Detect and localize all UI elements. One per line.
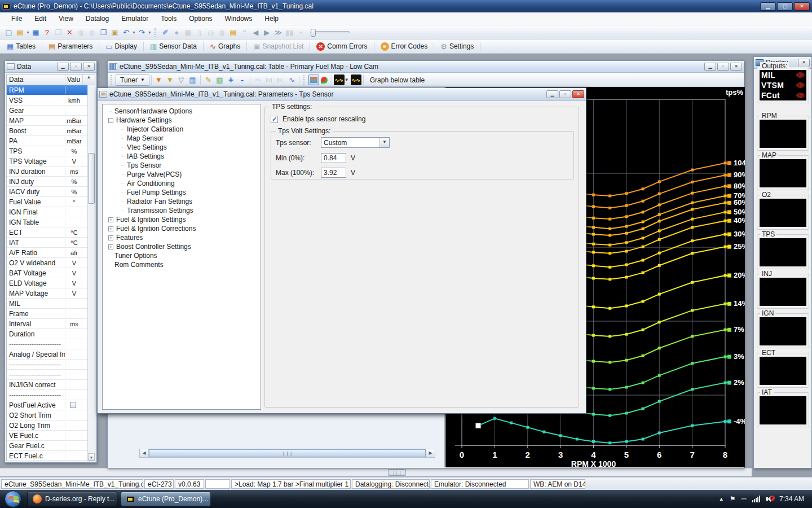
save-as-icon[interactable]: ? [42, 27, 52, 38]
task-button-ectune[interactable]: eCtune (Pro_Demon)... [121, 492, 211, 506]
data-close-button[interactable]: ✕ [83, 63, 95, 71]
data-row[interactable]: ----------------------- [7, 370, 95, 380]
slider-knob[interactable] [311, 29, 316, 37]
open-log-icon[interactable]: ▤ [228, 27, 239, 38]
table-restore-button[interactable]: ▫ [717, 63, 729, 71]
expand-icon[interactable]: + [108, 226, 113, 231]
data-row[interactable]: PAmBar [7, 136, 95, 146]
postfuel-checkbox[interactable] [70, 402, 76, 408]
data-row[interactable]: Gear Fuel.c [7, 441, 95, 451]
clock[interactable]: 7:34 AM [779, 495, 804, 503]
data-row[interactable]: Duration [7, 329, 95, 339]
chevron-down-icon[interactable]: ▼ [345, 77, 349, 82]
data-row[interactable]: ECT°C [7, 227, 95, 238]
step-back-icon[interactable]: ◀ [250, 27, 261, 38]
play-icon[interactable]: ▶ [262, 27, 272, 38]
menu-help[interactable]: Help [259, 13, 284, 24]
toolbar-item-graphs[interactable]: ∿Graphs [206, 41, 244, 52]
data-minimize-button[interactable]: ▁ [57, 63, 69, 71]
column-header-value[interactable]: Valu [65, 75, 83, 85]
filter-clear-icon[interactable]: ▽ [176, 75, 187, 85]
data-row[interactable]: TPS VoltageV [7, 156, 95, 167]
toolbar-item-settings[interactable]: ⚙Settings [437, 41, 477, 52]
dialog-minimize-button[interactable]: ▁ [546, 90, 558, 98]
display-close-button[interactable]: ✕ [798, 59, 810, 67]
smooth-icon[interactable]: ∿ [286, 75, 297, 85]
table-horizontal-scrollbar[interactable]: ◀ ❘❘❘ ▶ [139, 449, 435, 458]
edit-pencil-icon[interactable]: ✎ [203, 75, 214, 85]
chevron-down-icon[interactable]: ▼ [148, 30, 152, 34]
data-row[interactable]: IGN Table [7, 217, 95, 227]
tree-item-vtec-settings[interactable]: ···Vtec Settings [103, 143, 261, 152]
menu-options[interactable]: Options [183, 13, 218, 24]
data-row[interactable]: BAT VoltageV [7, 268, 95, 278]
data-row[interactable]: MIL [7, 299, 95, 309]
new-file-icon[interactable]: ▢ [3, 27, 14, 38]
data-row[interactable]: ----------------------- [7, 339, 95, 349]
tree-item-tuner-options[interactable]: ···Tuner Options [103, 251, 261, 260]
paste-icon[interactable]: ▣ [109, 27, 120, 38]
max-voltage-input[interactable]: 3.92 [321, 168, 346, 178]
expand-icon[interactable]: + [108, 217, 113, 222]
minimize-button[interactable]: ▁ [760, 2, 776, 11]
data-row[interactable]: Intervalms [7, 319, 95, 329]
decrease-icon[interactable]: - [237, 75, 248, 85]
data-row[interactable]: O2 Long Trim [7, 421, 95, 431]
data-row[interactable]: INJ durationms [7, 167, 95, 177]
enable-rescaling-checkbox[interactable]: ✓ [271, 116, 278, 123]
menu-emulator[interactable]: Emulator [116, 13, 154, 24]
grid-icon[interactable]: ▦ [187, 75, 198, 85]
network-signal-icon[interactable] [752, 496, 760, 502]
data-row[interactable]: O2 V widebandV [7, 258, 95, 268]
scroll-thumb[interactable] [88, 153, 95, 204]
data-row[interactable]: IAT°C [7, 238, 95, 248]
tuner-dropdown[interactable]: Tuner▼ [116, 75, 149, 86]
maximize-button[interactable]: ▢ [777, 2, 793, 11]
tree-item-radiator-fan-settings[interactable]: ···Radiator Fan Settings [103, 197, 261, 206]
task-button-firefox[interactable]: D-series.org - Reply t... [27, 492, 117, 506]
data-row[interactable]: O2 Short Trim [7, 410, 95, 421]
tree-item-sensor-hardware-options[interactable]: ···Sensor/Hardware Options [103, 107, 261, 116]
min-voltage-input[interactable]: 0.84 [321, 153, 346, 163]
data-row[interactable]: Frame [7, 309, 95, 319]
collapse-icon[interactable]: - [108, 118, 113, 123]
tree-item-hardware-settings[interactable]: -Hardware Settings [103, 116, 261, 125]
toolbar-item-tables[interactable]: ▦Tables [3, 41, 39, 52]
tree-item-features[interactable]: +Features [103, 233, 261, 242]
waveform-icon[interactable]: ∿∿ [334, 75, 345, 85]
filter-orange-icon[interactable]: ▼ [153, 75, 164, 85]
data-row[interactable]: ----------------------- [7, 360, 95, 370]
tree-item-injector-calibration[interactable]: ···Injector Calibration [103, 125, 261, 134]
tree-item-rom-comments[interactable]: ···Rom Comments [103, 260, 261, 269]
tree-item-map-sensor[interactable]: ···Map Sensor [103, 134, 261, 143]
increase-icon[interactable]: + [226, 75, 236, 85]
data-row[interactable]: Analog / Special Input [7, 349, 95, 360]
menu-windows[interactable]: Windows [219, 13, 258, 24]
scroll-right-icon[interactable]: ▶ [426, 449, 435, 457]
dialog-close-button[interactable]: ✕ [572, 90, 584, 98]
fast-forward-icon[interactable]: ≫ [273, 27, 284, 38]
redo-icon[interactable]: ↷ [136, 27, 147, 38]
toolbar-item-display[interactable]: ▭Display [102, 41, 140, 52]
datalog-pen-icon[interactable]: ✐ [160, 27, 171, 38]
scroll-thumb[interactable]: ❘❘❘ [149, 449, 426, 457]
data-row[interactable]: INJ/IGN correct [7, 380, 95, 390]
data-row[interactable]: VSSkmh [7, 95, 95, 106]
graph-below-table-toggle[interactable]: Graph below table [365, 76, 429, 84]
data-row[interactable]: ECT Fuel.c [7, 451, 95, 461]
power-plug-icon[interactable]: ⎓ [741, 495, 747, 503]
column-header-data[interactable]: Data [7, 75, 65, 85]
action-center-flag-icon[interactable]: ⚑ [730, 495, 736, 503]
toolbar-item-sensor-data[interactable]: ▥Sensor Data [147, 41, 200, 52]
toolbar-item-error-codes[interactable]: ≡Error Codes [377, 41, 431, 52]
close-button[interactable]: ✕ [794, 2, 810, 11]
close-file-icon[interactable]: ✕ [64, 27, 75, 38]
data-row[interactable]: PostFuel Active [7, 400, 95, 410]
data-row[interactable]: VE Fuel.c [7, 431, 95, 441]
record-icon[interactable]: ● [171, 27, 182, 38]
tree-item-air-conditioning[interactable]: ···Air Conditioning [103, 179, 261, 188]
playback-slider[interactable] [310, 31, 350, 33]
toolbar-item-parameters[interactable]: ▤Parameters [45, 41, 96, 52]
data-row[interactable]: INJ duty% [7, 177, 95, 187]
open-file-icon[interactable]: ▤ [15, 27, 25, 38]
